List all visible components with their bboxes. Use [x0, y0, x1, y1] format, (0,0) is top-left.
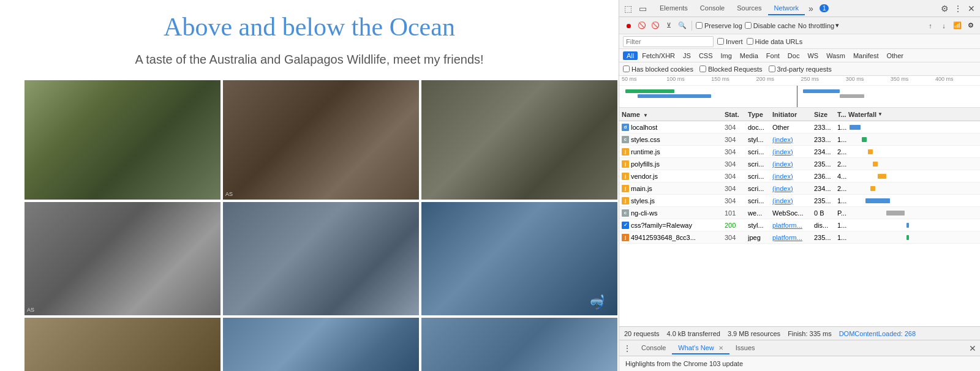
disable-cache-text: Disable cache [753, 22, 796, 29]
tab-console[interactable]: Console [694, 2, 731, 15]
bottom-panel: ⋮ Console What's New ✕ Issues ✕ Highligh… [619, 340, 980, 371]
invert-filter-label[interactable]: Invert [717, 38, 743, 45]
cell-status: 304 [725, 160, 748, 168]
hide-data-urls-checkbox[interactable] [747, 38, 753, 45]
col-header-status[interactable]: Stat. [725, 111, 748, 118]
cell-initiator: (index) [772, 160, 814, 168]
more-tabs-icon[interactable]: » [805, 2, 817, 15]
close-devtools-icon[interactable]: ✕ [965, 2, 978, 15]
network-settings-icon[interactable]: ⚙ [965, 20, 976, 31]
type-filter-js[interactable]: JS [679, 51, 695, 60]
bottom-panel-close-icon[interactable]: ✕ [969, 343, 976, 353]
invert-text: Invert [726, 38, 743, 45]
wifi-icon[interactable]: 📶 [952, 20, 963, 31]
table-row[interactable]: j 49412593648_8cc3... 304 jpeg platform.… [619, 231, 980, 244]
stop-recording-icon[interactable]: 🚫 [636, 20, 647, 31]
settings-icon[interactable]: ⚙ [938, 2, 951, 15]
check-2[interactable] [769, 66, 775, 72]
check-item-0[interactable]: Has blocked cookies [623, 66, 693, 73]
bottom-menu-icon[interactable]: ⋮ [623, 343, 631, 353]
throttle-label: No throttling [798, 22, 834, 29]
type-filter-ws[interactable]: WS [804, 51, 822, 60]
cell-type: scri... [748, 185, 772, 192]
filter-icon[interactable]: ⊻ [663, 20, 674, 31]
tab-sources[interactable]: Sources [731, 2, 767, 15]
type-filter-fetch/xhr[interactable]: Fetch/XHR [638, 51, 679, 60]
ruler-mark: 350 ms [891, 76, 935, 82]
col-header-time[interactable]: T... [837, 111, 848, 118]
type-filter-font[interactable]: Font [763, 51, 783, 60]
table-row[interactable]: c ng-cli-ws 101 we... WebSoc... 0 B P... [619, 207, 980, 219]
check-item-1[interactable]: Blocked Requests [699, 66, 763, 73]
filter-input[interactable] [623, 36, 714, 47]
transferred-size: 4.0 kB transferred [666, 330, 720, 337]
cell-status: 304 [725, 148, 748, 156]
network-table-body: d localhost 304 doc... Other 233... 1...… [619, 121, 980, 326]
check-0[interactable] [623, 66, 630, 72]
invert-checkbox[interactable] [717, 38, 724, 45]
col-header-waterfall[interactable]: Waterfall ▼ [848, 111, 978, 118]
cell-time: 1... [837, 124, 848, 131]
timeline-bars [619, 86, 980, 108]
import-icon[interactable]: ↑ [925, 20, 936, 31]
ruler-mark: 200 ms [756, 76, 801, 82]
cell-time: 2... [837, 185, 848, 192]
clear-log-icon[interactable]: 🚫 [650, 20, 661, 31]
cell-initiator: platform... [772, 222, 814, 229]
device-toolbar-icon[interactable]: ▭ [636, 2, 649, 15]
bottom-tab-issues[interactable]: Issues [729, 342, 761, 354]
type-filter-all[interactable]: All [623, 51, 638, 60]
col-header-size[interactable]: Size [814, 111, 837, 118]
inspect-icon[interactable]: ⬚ [622, 2, 634, 15]
table-row[interactable]: j main.js 304 scri... (index) 234... 2..… [619, 182, 980, 195]
type-filter-wasm[interactable]: Wasm [823, 51, 849, 60]
type-filter-img[interactable]: Img [717, 51, 736, 60]
search-icon[interactable]: 🔍 [677, 20, 688, 31]
preserve-log-checkbox[interactable] [696, 22, 703, 29]
table-row[interactable]: ✓ css?family=Raleway 200 styl... platfor… [619, 219, 980, 231]
cell-size: 235... [814, 160, 837, 168]
type-filter-css[interactable]: CSS [695, 51, 717, 60]
col-header-type[interactable]: Type [748, 111, 772, 118]
table-row[interactable]: d localhost 304 doc... Other 233... 1... [619, 121, 980, 133]
export-icon[interactable]: ↓ [938, 20, 949, 31]
table-row[interactable]: j polyfills.js 304 scri... (index) 235..… [619, 158, 980, 170]
type-filter-doc[interactable]: Doc [784, 51, 804, 60]
cell-type: doc... [748, 124, 772, 131]
throttle-chevron-icon: ▾ [835, 21, 839, 29]
disable-cache-label[interactable]: Disable cache [745, 22, 796, 29]
sort-icon: ▼ [643, 113, 648, 118]
table-row[interactable]: j runtime.js 304 scri... (index) 234... … [619, 146, 980, 158]
type-filter-media[interactable]: Media [736, 51, 762, 60]
ruler-mark: 250 ms [801, 76, 846, 82]
more-options-icon[interactable]: ⋮ [952, 2, 964, 15]
cell-initiator: WebSoc... [772, 209, 814, 217]
preserve-log-label[interactable]: Preserve log [696, 22, 742, 29]
table-row[interactable]: j vendor.js 304 scri... (index) 236... 4… [619, 170, 980, 182]
table-row[interactable]: j styles.js 304 scri... (index) 235... 1… [619, 195, 980, 207]
hide-data-urls-label[interactable]: Hide data URLs [747, 38, 803, 45]
tab-elements[interactable]: Elements [654, 2, 694, 15]
cell-name: j 49412593648_8cc3... [622, 234, 725, 241]
throttle-dropdown[interactable]: No throttling ▾ [798, 21, 839, 29]
type-filter-manifest[interactable]: Manifest [850, 51, 883, 60]
cell-status: 304 [725, 185, 748, 192]
col-header-initiator[interactable]: Initiator [772, 111, 814, 118]
tab-network[interactable]: Network [768, 2, 805, 15]
cell-size: 235... [814, 197, 837, 204]
check-1[interactable] [699, 66, 706, 72]
disable-cache-checkbox[interactable] [745, 22, 752, 29]
table-row[interactable]: c styles.css 304 styl... (index) 233... … [619, 133, 980, 146]
type-filter-other[interactable]: Other [883, 51, 907, 60]
whatsnew-close-icon[interactable]: ✕ [718, 345, 723, 351]
cell-size: 236... [814, 173, 837, 180]
check-item-2[interactable]: 3rd-party requests [769, 66, 832, 73]
bottom-tab-whatsnew[interactable]: What's New ✕ [672, 342, 729, 354]
bottom-tab-console[interactable]: Console [635, 342, 672, 354]
col-header-name[interactable]: Name ▼ [622, 111, 725, 118]
page-title: Above and below the Ocean [24, 12, 594, 42]
requests-count: 20 requests [624, 330, 659, 337]
waterfall-bar [907, 235, 909, 240]
record-button[interactable]: ⏺ [623, 20, 634, 31]
manta-ray-image: 🤿 [421, 202, 617, 315]
